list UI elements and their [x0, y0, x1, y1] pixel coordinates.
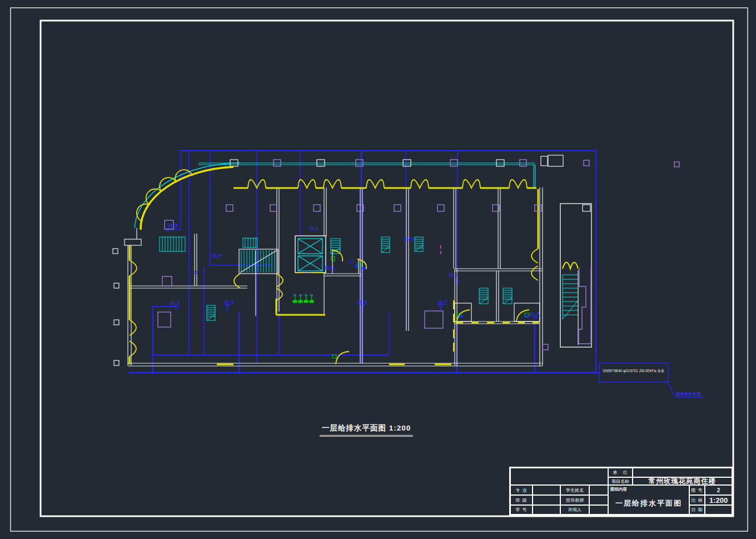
drawing-name-cell: 图纸内容 一层给排水平面图	[608, 485, 689, 515]
stairs	[160, 237, 578, 320]
scale-label: 比 例	[689, 495, 705, 505]
plan-caption: 一层给排水平面图 1:200	[320, 423, 413, 437]
date-value	[705, 505, 732, 515]
sheet-no-value: 2	[705, 485, 732, 495]
unit-label: 单 位	[608, 468, 633, 477]
pipe-label: WL-1	[325, 265, 335, 270]
advisor-label: 指导教师	[560, 495, 589, 505]
content-label: 图纸内容	[610, 487, 627, 492]
drawing-name: 一层给排水平面图	[615, 498, 682, 508]
class-label: 班 级	[510, 495, 533, 505]
sheet-no-label: 图 号	[689, 485, 705, 495]
scale-value: 1:200	[705, 495, 732, 505]
project-name: 常州玫瑰花苑商住楼	[633, 477, 732, 485]
title-block: 专 业 学生姓名 班 级 指导教师 学 号 评阅人 单 位 项目名称 常州玫瑰花…	[509, 467, 733, 516]
student-no-label: 学 号	[510, 505, 533, 515]
pipe-label: JL-7	[438, 300, 447, 304]
cad-sheet: JL-6 JL-4 JL-5 JL-8 WL-1 JL-3 JL-2 JL-7 …	[0, 0, 756, 539]
advisor-value	[589, 495, 608, 505]
reviewer-label: 评阅人	[560, 505, 589, 515]
sheet-borders	[11, 8, 748, 531]
pipe-label: JL-5	[309, 226, 319, 230]
pipe-label: JL-3	[224, 300, 233, 304]
fixtures-green	[293, 256, 529, 358]
project-label: 项目名称	[608, 477, 633, 485]
blank-cell	[510, 468, 608, 485]
floor-plan-drawing: JL-6 JL-4 JL-5 JL-8 WL-1 JL-3 JL-2 JL-7 …	[0, 0, 756, 539]
major-label: 专 业	[510, 485, 533, 495]
pipe-label: JL-6	[168, 223, 178, 228]
date-label: 日 期	[689, 505, 705, 515]
student-no-value	[533, 505, 560, 515]
walls-white	[113, 155, 591, 366]
municipal-main-label: 接市政给水管	[676, 392, 701, 397]
class-value	[533, 495, 560, 505]
entry-doors	[248, 180, 527, 188]
pipe-label: JL-2	[357, 300, 367, 304]
pipe-label: JL-4	[212, 253, 221, 258]
pipe-label: JL-9	[530, 311, 539, 316]
student-name-value	[589, 485, 608, 495]
pipe-label: JL-8	[404, 236, 414, 241]
pipe-spec-note: DN50*3B40 φD15701 ZM-50KFa 水表	[600, 369, 667, 374]
student-name-label: 学生姓名	[560, 485, 589, 495]
pipe-labels: JL-6 JL-4 JL-5 JL-8 WL-1 JL-3 JL-2 JL-7 …	[168, 223, 540, 316]
major-value	[533, 485, 560, 495]
unit-value	[633, 468, 732, 477]
reviewer-value	[589, 505, 608, 515]
pipe-label: JL-1	[170, 300, 180, 305]
pipe-label: WL-2	[449, 273, 459, 277]
